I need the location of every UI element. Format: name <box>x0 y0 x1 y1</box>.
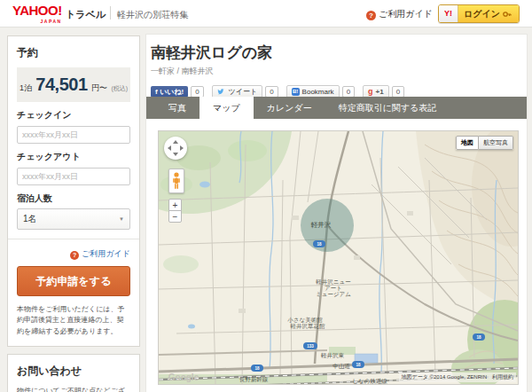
yahoo-y-icon: Y! <box>439 5 458 22</box>
booking-box: 予約 1泊 74,501 円〜 (税込) チェックイン チェックアウト 宿泊人数… <box>7 35 140 347</box>
map-pan-control[interactable] <box>164 137 187 160</box>
zoom-in-button[interactable]: + <box>168 199 182 211</box>
price-tax-note: (税込) <box>111 85 128 91</box>
divider <box>8 239 139 239</box>
label-gallery-line2: 軽井沢草花館 <box>291 323 326 330</box>
header-guide-link[interactable]: ?ご利用ガイド <box>366 8 433 20</box>
zoom-control: + − <box>168 199 182 223</box>
route-badge-18: 18 <box>476 335 481 340</box>
checkin-input[interactable] <box>17 126 130 144</box>
contact-note: 物件についてご不明な点などございましたら、物件の管理者に直接お問い合わせすること… <box>17 386 130 392</box>
route-badge-18: 18 <box>356 363 361 367</box>
contact-title: お問い合わせ <box>17 364 130 379</box>
label-nakasendo: 中山道 <box>332 363 350 369</box>
label-karuizawa: 軽井沢 <box>311 221 332 229</box>
tweet-label: ツイート <box>229 87 258 97</box>
gplus-count: 0 <box>392 86 404 98</box>
facebook-like-count: 0 <box>191 86 203 98</box>
google-watermark: Google <box>168 372 200 382</box>
tweet-count: 0 <box>265 86 278 98</box>
question-icon: ? <box>70 251 79 260</box>
yahoo-logo[interactable]: YAHOO! JAPAN <box>12 4 62 27</box>
hatena-count: 0 <box>342 86 355 98</box>
attribution-text: 地図データ ©2014 Google, ZENRIN <box>402 373 487 381</box>
pegman-icon <box>172 172 181 190</box>
question-icon: ? <box>366 11 376 20</box>
header: YAHOO! JAPAN トラベル 軽井沢の別荘特集 ?ご利用ガイド Y! ログ… <box>0 0 532 27</box>
sidebar: 予約 1泊 74,501 円〜 (税込) チェックイン チェックアウト 宿泊人数… <box>7 35 140 392</box>
guests-label: 宿泊人数 <box>17 192 130 205</box>
street-view-pegman[interactable] <box>168 169 184 193</box>
map-attribution: 地図データ ©2014 Google, ZENRIN 利用規約 <box>399 372 516 382</box>
checkin-label: チェックイン <box>17 109 130 122</box>
page: YAHOO! JAPAN トラベル 軽井沢の別荘特集 ?ご利用ガイド Y! ログ… <box>0 0 532 392</box>
service-name[interactable]: トラベル <box>66 8 106 21</box>
tab-photos[interactable]: 写真 <box>155 97 200 119</box>
map-type-button[interactable]: 地図 <box>456 136 479 150</box>
hatena-icon: B! <box>292 88 300 96</box>
pan-right-arrow-icon[interactable] <box>180 145 184 151</box>
tab-calendar[interactable]: カレンダー <box>254 97 325 119</box>
content-panel: 南軽井沢ログの家 一軒家 / 南軽井沢 f いいね! 0 ツイート 0 B! B… <box>145 34 528 392</box>
terms-link[interactable]: 利用規約 <box>492 373 513 381</box>
route-badge-18: 18 <box>317 242 322 247</box>
price-suffix: 円〜 <box>91 83 107 92</box>
checkout-input[interactable] <box>17 168 130 185</box>
reserve-button[interactable]: 予約申請をする <box>17 266 130 296</box>
facebook-icon: f <box>155 88 158 96</box>
pan-up-arrow-icon[interactable] <box>173 140 178 144</box>
label-museum-line1: 軽井沢ニュー <box>316 278 350 285</box>
map-canvas[interactable]: 18 133 18 18 18 軽井沢 軽井沢ニュー アート ミュージアム 小 <box>158 130 519 385</box>
gplus-plus1: +1 <box>376 88 384 96</box>
login-button[interactable]: Y! ログイン <box>438 4 520 23</box>
guests-select[interactable]: 1名 ▼ <box>17 208 130 230</box>
label-museum-line2: アート <box>325 285 342 291</box>
contact-box: お問い合わせ 物件についてご不明な点などございましたら、物件の管理者に直接お問い… <box>7 354 140 392</box>
price-prefix: 1泊 <box>20 83 32 92</box>
tab-commercial-law[interactable]: 特定商取引に関する表記 <box>325 97 450 119</box>
checkout-label: チェックアウト <box>17 151 130 163</box>
facebook-like-button[interactable]: f いいね! <box>151 86 188 98</box>
header-guide-label: ご利用ガイド <box>379 9 433 19</box>
booking-note: 本物件をご利用いただくには、予約申請後貸主と直接連絡の上、契約を締結する必要があ… <box>17 304 130 337</box>
twitter-bird-icon <box>217 88 226 96</box>
map-tiles: 18 133 18 18 18 軽井沢 軽井沢ニュー アート ミュージアム 小 <box>159 131 518 384</box>
key-icon <box>503 11 512 18</box>
label-karuizawa-higashi: 軽井沢東 <box>321 352 345 358</box>
property-category: 一軒家 / 南軽井沢 <box>151 66 527 77</box>
label-museum-line3: ミュージアム <box>316 291 351 297</box>
facebook-like-label: いいね! <box>160 88 184 96</box>
booking-guide-link[interactable]: ?ご利用ガイド <box>17 248 130 260</box>
label-shinano-line: しなの鉄道線 <box>352 378 387 384</box>
tab-map[interactable]: マップ <box>200 97 254 119</box>
price-value: 74,501 <box>35 74 87 94</box>
satellite-type-button[interactable]: 航空写真 <box>479 136 513 150</box>
route-badge-18: 18 <box>254 366 260 371</box>
pan-down-arrow-icon[interactable] <box>173 153 178 156</box>
hatena-label: Bookmark <box>302 88 334 96</box>
campaign-title: 軽井沢の別荘特集 <box>117 9 188 21</box>
booking-guide-label: ご利用ガイド <box>82 249 130 258</box>
social-bar: f いいね! 0 ツイート 0 B! Bookmark 0 g+1 0 <box>151 85 527 98</box>
login-label: ログイン <box>464 5 500 22</box>
pan-left-arrow-icon[interactable] <box>168 145 171 151</box>
booking-title: 予約 <box>17 45 130 60</box>
price-box: 1泊 74,501 円〜 (税込) <box>17 67 130 102</box>
label-nagano-shinkansen: 長野新幹線 <box>239 376 269 382</box>
zoom-out-button[interactable]: − <box>168 210 182 223</box>
route-badge-133: 133 <box>307 344 314 349</box>
map-type-control: 地図 航空写真 <box>456 136 513 150</box>
gplus-g-icon: g <box>368 87 373 96</box>
tab-bar: 写真 マップ カレンダー 特定商取引に関する表記 <box>146 97 527 119</box>
chevron-down-icon: ▼ <box>119 216 124 222</box>
guests-value: 1名 <box>23 213 37 225</box>
header-divider <box>110 6 111 20</box>
page-title: 南軽井沢ログの家 <box>151 43 527 63</box>
